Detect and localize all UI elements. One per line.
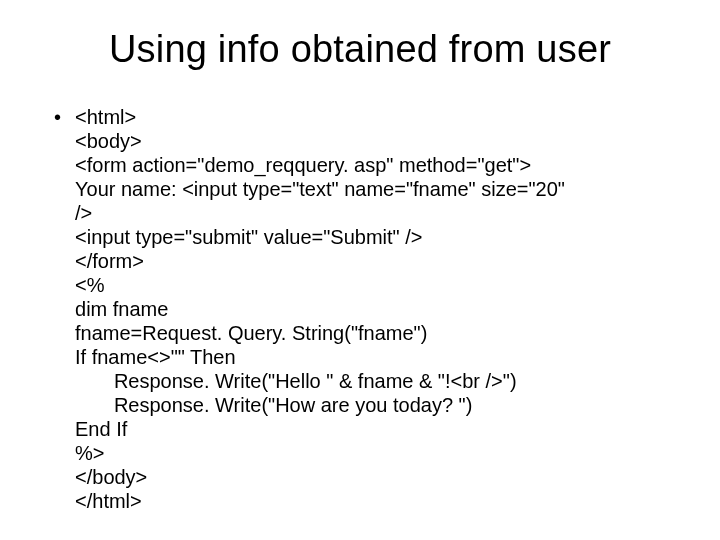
- slide: Using info obtained from user • <html> <…: [0, 0, 720, 540]
- slide-title: Using info obtained from user: [50, 28, 670, 71]
- code-line: %>: [75, 442, 104, 464]
- code-line: <input type="submit" value="Submit" />: [75, 226, 422, 248]
- code-line: />: [75, 202, 92, 224]
- code-line: Response. Write("Hello " & fname & "!<br…: [75, 370, 517, 392]
- code-line: Your name: <input type="text" name="fnam…: [75, 178, 565, 200]
- code-line: End If: [75, 418, 127, 440]
- code-line: </body>: [75, 466, 147, 488]
- code-line: Response. Write("How are you today? "): [75, 394, 472, 416]
- code-line: <html>: [75, 106, 136, 128]
- code-line: fname=Request. Query. String("fname"): [75, 322, 427, 344]
- code-line: <body>: [75, 130, 142, 152]
- code-line: <form action="demo_reqquery. asp" method…: [75, 154, 531, 176]
- code-line: If fname<>"" Then: [75, 346, 236, 368]
- code-line: </html>: [75, 490, 142, 512]
- bullet-dot: •: [50, 105, 75, 129]
- code-line: <%: [75, 274, 104, 296]
- code-line: dim fname: [75, 298, 168, 320]
- code-line: </form>: [75, 250, 144, 272]
- code-block: <html> <body> <form action="demo_reqquer…: [75, 105, 565, 513]
- bullet-block: • <html> <body> <form action="demo_reqqu…: [50, 105, 670, 513]
